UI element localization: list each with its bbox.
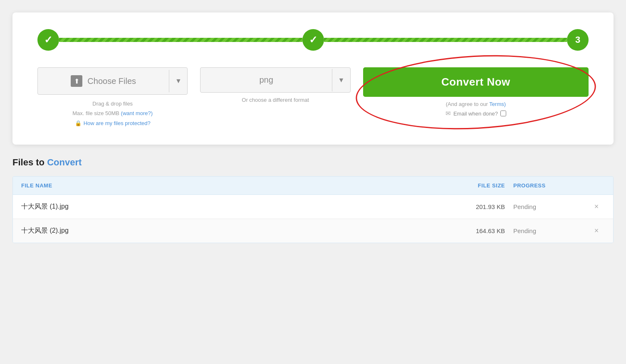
format-dropdown-arrow[interactable]: ▼ xyxy=(332,69,350,91)
step-line-2 xyxy=(324,38,567,42)
files-table: FILE NAME FILE SIZE PROGRESS 十大风景 (1).jp… xyxy=(12,176,614,243)
lock-icon: 🔒 xyxy=(75,118,82,128)
format-value: png xyxy=(259,75,273,85)
step-3-circle: 3 xyxy=(567,29,589,51)
action-row: ⬆ Choose Files ▼ Drag & drop files Max. … xyxy=(37,67,589,128)
choose-files-label: Choose Files xyxy=(87,76,136,86)
email-icon: ✉ xyxy=(445,110,451,117)
convert-now-button[interactable]: Convert Now xyxy=(363,67,589,97)
choose-files-dropdown-arrow[interactable]: ▼ xyxy=(169,70,187,92)
format-select-main: png xyxy=(200,68,332,92)
progress-steps: ✓ ✓ 3 xyxy=(37,29,589,51)
col-header-action xyxy=(588,182,605,189)
files-heading: Files to Convert xyxy=(12,157,614,168)
protection-link[interactable]: How are my files protected? xyxy=(84,118,151,128)
step-3-number: 3 xyxy=(575,34,580,45)
row-filesize: 201.93 KB xyxy=(455,203,505,210)
email-label: Email when done? xyxy=(453,111,498,117)
choose-files-main: ⬆ Choose Files xyxy=(38,68,169,94)
step-line-1 xyxy=(59,38,302,42)
email-line: ✉ Email when done? xyxy=(363,110,589,117)
drag-drop-text: Drag & drop files xyxy=(37,99,188,108)
arrow-icon: ▼ xyxy=(175,77,182,85)
table-row: 十大风景 (1).jpg 201.93 KB Pending × xyxy=(13,195,613,219)
file-info: Drag & drop files Max. file size 50MB (w… xyxy=(37,99,188,128)
format-select-button[interactable]: png ▼ xyxy=(200,67,350,93)
row-filename: 十大风景 (2).jpg xyxy=(21,226,455,235)
choose-files-button[interactable]: ⬆ Choose Files ▼ xyxy=(37,67,188,95)
row-progress: Pending xyxy=(505,227,588,234)
format-col: png ▼ Or choose a different format xyxy=(200,67,350,103)
step-2-check: ✓ xyxy=(309,34,317,46)
protection-line: 🔒 How are my files protected? xyxy=(37,118,188,128)
convert-col: Convert Now (And agree to our Terms) ✉ E… xyxy=(363,67,589,117)
row-filesize: 164.63 KB xyxy=(455,227,505,234)
format-arrow-icon: ▼ xyxy=(338,76,344,84)
files-section: Files to Convert FILE NAME FILE SIZE PRO… xyxy=(12,157,614,243)
convert-terms: (And agree to our Terms) xyxy=(363,101,589,107)
table-header: FILE NAME FILE SIZE PROGRESS xyxy=(13,177,613,195)
col-header-progress: PROGRESS xyxy=(505,182,588,189)
upload-icon: ⬆ xyxy=(71,75,82,87)
row-filename: 十大风景 (1).jpg xyxy=(21,202,455,211)
row-delete-button[interactable]: × xyxy=(588,202,605,211)
col-header-filename: FILE NAME xyxy=(21,182,455,189)
step-1-check: ✓ xyxy=(44,34,52,46)
step-2-circle: ✓ xyxy=(302,29,324,51)
max-size-line: Max. file size 50MB (want more?) xyxy=(37,108,188,118)
heading-convert: Convert xyxy=(47,157,82,167)
converter-card: ✓ ✓ 3 ⬆ Choose Files ▼ Drag & drop fi xyxy=(12,12,614,145)
heading-static: Files to xyxy=(12,157,45,167)
choose-files-col: ⬆ Choose Files ▼ Drag & drop files Max. … xyxy=(37,67,188,128)
terms-link[interactable]: Terms) xyxy=(489,101,506,107)
col-header-filesize: FILE SIZE xyxy=(455,182,505,189)
row-delete-button[interactable]: × xyxy=(588,226,605,235)
table-row: 十大风景 (2).jpg 164.63 KB Pending × xyxy=(13,219,613,243)
format-hint: Or choose a different format xyxy=(200,97,350,103)
row-progress: Pending xyxy=(505,203,588,210)
step-1-circle: ✓ xyxy=(37,29,59,51)
want-more-link[interactable]: (want more?) xyxy=(121,110,153,116)
email-checkbox[interactable] xyxy=(500,111,506,116)
